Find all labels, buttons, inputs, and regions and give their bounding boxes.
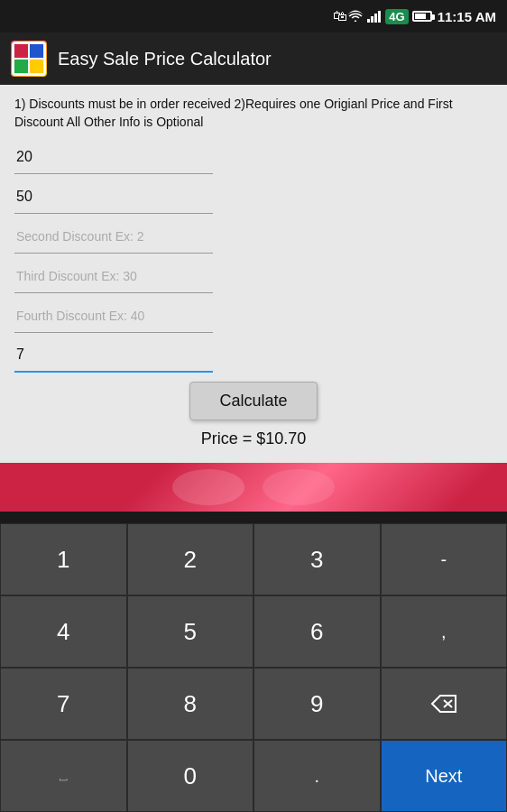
- key-3[interactable]: 3: [254, 523, 381, 595]
- keyboard-row-3: 7 8 9: [0, 668, 507, 740]
- second-discount-wrapper: [14, 219, 493, 254]
- svg-rect-2: [374, 14, 377, 23]
- keyboard-row-1: 1 2 3 -: [0, 523, 507, 595]
- space-icon: ⎵: [60, 769, 67, 783]
- fourth-discount-input[interactable]: [14, 299, 213, 333]
- instruction-text: 1) Discounts must be in order received 2…: [14, 96, 493, 131]
- signal-icon: [367, 10, 382, 23]
- second-discount-input[interactable]: [14, 219, 213, 254]
- svg-rect-6: [14, 44, 28, 58]
- third-discount-input[interactable]: [14, 259, 213, 293]
- keyboard: 1 2 3 - 4 5 6 , 7 8 9 ⎵ 0 . Next: [0, 523, 507, 812]
- app-title: Easy Sale Price Calculator: [58, 49, 272, 69]
- svg-rect-7: [30, 44, 43, 58]
- content-area: 1) Discounts must be in order received 2…: [0, 85, 507, 463]
- third-discount-wrapper: [14, 259, 493, 293]
- key-2[interactable]: 2: [127, 523, 254, 595]
- tax-input[interactable]: [14, 338, 213, 373]
- key-7[interactable]: 7: [0, 668, 127, 740]
- wifi-icon: [347, 10, 364, 23]
- svg-rect-8: [14, 60, 28, 73]
- svg-rect-1: [371, 16, 373, 23]
- app-bar: Easy Sale Price Calculator: [0, 32, 507, 85]
- calculate-button[interactable]: Calculate: [189, 382, 317, 420]
- ad-banner: [0, 463, 507, 512]
- status-icons: 4G: [347, 9, 431, 24]
- key-comma[interactable]: ,: [381, 595, 508, 668]
- svg-rect-3: [378, 11, 381, 23]
- key-space[interactable]: ⎵: [0, 740, 127, 812]
- app-icon: [11, 41, 47, 77]
- fourth-discount-wrapper: [14, 299, 493, 333]
- key-4[interactable]: 4: [0, 595, 127, 668]
- network-type: 4G: [385, 9, 408, 24]
- key-backspace[interactable]: [381, 668, 508, 740]
- svg-rect-9: [30, 60, 43, 73]
- key-9[interactable]: 9: [254, 668, 381, 740]
- price-result: Price = $10.70: [14, 429, 493, 448]
- key-minus[interactable]: -: [381, 523, 508, 595]
- keyboard-row-2: 4 5 6 ,: [0, 595, 507, 668]
- tax-wrapper: [14, 338, 493, 373]
- original-price-wrapper: [14, 140, 493, 174]
- status-time: 11:15 AM: [438, 9, 496, 24]
- keyboard-row-4: ⎵ 0 . Next: [0, 740, 507, 812]
- key-6[interactable]: 6: [254, 595, 381, 668]
- svg-rect-0: [367, 19, 370, 23]
- first-discount-input[interactable]: [14, 180, 213, 214]
- battery-icon: [412, 11, 432, 22]
- ad-image: [0, 463, 507, 512]
- key-next[interactable]: Next: [381, 740, 508, 812]
- key-1[interactable]: 1: [0, 523, 127, 595]
- key-8[interactable]: 8: [127, 668, 254, 740]
- key-0[interactable]: 0: [127, 740, 254, 812]
- backspace-icon: [430, 694, 457, 714]
- first-discount-wrapper: [14, 180, 493, 214]
- original-price-input[interactable]: [14, 140, 213, 174]
- store-icon: 🛍: [333, 8, 347, 24]
- status-bar: 🛍 4G 11:15 AM: [0, 0, 507, 32]
- key-dot[interactable]: .: [254, 740, 381, 812]
- key-5[interactable]: 5: [127, 595, 254, 668]
